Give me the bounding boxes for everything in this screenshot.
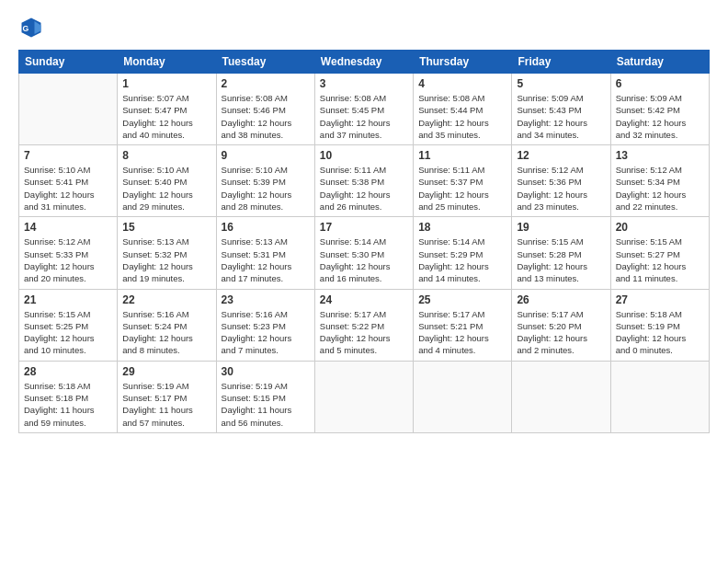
day-number: 19	[517, 221, 605, 234]
calendar-body: 1Sunrise: 5:07 AM Sunset: 5:47 PM Daylig…	[19, 74, 710, 433]
day-info: Sunrise: 5:12 AM Sunset: 5:36 PM Dayligh…	[517, 164, 605, 213]
day-header-monday: Monday	[118, 51, 216, 74]
day-cell: 13Sunrise: 5:12 AM Sunset: 5:34 PM Dayli…	[610, 145, 709, 217]
day-info: Sunrise: 5:17 AM Sunset: 5:22 PM Dayligh…	[320, 308, 408, 357]
day-number: 24	[320, 293, 408, 306]
day-cell: 1Sunrise: 5:07 AM Sunset: 5:47 PM Daylig…	[118, 74, 216, 145]
day-info: Sunrise: 5:12 AM Sunset: 5:34 PM Dayligh…	[616, 164, 704, 213]
day-info: Sunrise: 5:08 AM Sunset: 5:46 PM Dayligh…	[222, 92, 310, 141]
day-header-wednesday: Wednesday	[314, 51, 413, 74]
day-number: 11	[418, 149, 506, 162]
day-info: Sunrise: 5:17 AM Sunset: 5:20 PM Dayligh…	[517, 308, 605, 357]
day-number: 26	[517, 293, 605, 306]
day-info: Sunrise: 5:15 AM Sunset: 5:27 PM Dayligh…	[616, 236, 704, 284]
day-cell: 28Sunrise: 5:18 AM Sunset: 5:18 PM Dayli…	[19, 361, 118, 432]
day-cell: 16Sunrise: 5:13 AM Sunset: 5:31 PM Dayli…	[216, 217, 314, 289]
week-row-1: 1Sunrise: 5:07 AM Sunset: 5:47 PM Daylig…	[19, 74, 710, 145]
calendar-header: SundayMondayTuesdayWednesdayThursdayFrid…	[19, 51, 710, 74]
day-number: 30	[222, 365, 310, 378]
day-info: Sunrise: 5:16 AM Sunset: 5:24 PM Dayligh…	[122, 308, 210, 357]
day-info: Sunrise: 5:09 AM Sunset: 5:42 PM Dayligh…	[616, 92, 704, 141]
day-info: Sunrise: 5:13 AM Sunset: 5:32 PM Dayligh…	[122, 236, 210, 284]
day-number: 20	[616, 221, 704, 234]
day-cell: 3Sunrise: 5:08 AM Sunset: 5:45 PM Daylig…	[314, 74, 413, 145]
day-cell: 5Sunrise: 5:09 AM Sunset: 5:43 PM Daylig…	[512, 74, 610, 145]
day-cell: 7Sunrise: 5:10 AM Sunset: 5:41 PM Daylig…	[19, 145, 118, 217]
logo: G	[18, 15, 48, 40]
day-number: 4	[418, 77, 506, 90]
day-number: 9	[222, 149, 310, 162]
day-number: 14	[24, 221, 112, 234]
day-number: 25	[418, 293, 506, 306]
day-info: Sunrise: 5:14 AM Sunset: 5:29 PM Dayligh…	[418, 236, 506, 284]
day-cell	[314, 361, 413, 432]
day-number: 23	[222, 293, 310, 306]
day-number: 12	[517, 149, 605, 162]
day-number: 22	[122, 293, 210, 306]
day-cell: 27Sunrise: 5:18 AM Sunset: 5:19 PM Dayli…	[610, 289, 709, 361]
day-number: 29	[122, 365, 210, 378]
day-number: 13	[616, 149, 704, 162]
day-number: 10	[320, 149, 408, 162]
day-cell: 12Sunrise: 5:12 AM Sunset: 5:36 PM Dayli…	[512, 145, 610, 217]
day-cell: 26Sunrise: 5:17 AM Sunset: 5:20 PM Dayli…	[512, 289, 610, 361]
calendar: SundayMondayTuesdayWednesdayThursdayFrid…	[18, 50, 710, 433]
day-info: Sunrise: 5:09 AM Sunset: 5:43 PM Dayligh…	[517, 92, 605, 141]
day-cell: 14Sunrise: 5:12 AM Sunset: 5:33 PM Dayli…	[19, 217, 118, 289]
day-info: Sunrise: 5:07 AM Sunset: 5:47 PM Dayligh…	[122, 92, 210, 141]
day-header-friday: Friday	[512, 51, 610, 74]
day-cell: 19Sunrise: 5:15 AM Sunset: 5:28 PM Dayli…	[512, 217, 610, 289]
day-info: Sunrise: 5:19 AM Sunset: 5:17 PM Dayligh…	[122, 380, 210, 429]
day-info: Sunrise: 5:10 AM Sunset: 5:41 PM Dayligh…	[24, 164, 112, 213]
day-info: Sunrise: 5:12 AM Sunset: 5:33 PM Dayligh…	[24, 236, 112, 284]
day-number: 16	[222, 221, 310, 234]
day-cell: 23Sunrise: 5:16 AM Sunset: 5:23 PM Dayli…	[216, 289, 314, 361]
day-info: Sunrise: 5:11 AM Sunset: 5:38 PM Dayligh…	[320, 164, 408, 213]
day-cell: 4Sunrise: 5:08 AM Sunset: 5:44 PM Daylig…	[414, 74, 512, 145]
day-cell: 11Sunrise: 5:11 AM Sunset: 5:37 PM Dayli…	[414, 145, 512, 217]
header-row: SundayMondayTuesdayWednesdayThursdayFrid…	[19, 51, 710, 74]
day-cell: 18Sunrise: 5:14 AM Sunset: 5:29 PM Dayli…	[414, 217, 512, 289]
day-info: Sunrise: 5:10 AM Sunset: 5:40 PM Dayligh…	[122, 164, 210, 213]
day-number: 8	[122, 149, 210, 162]
svg-text:G: G	[22, 24, 28, 33]
day-cell: 10Sunrise: 5:11 AM Sunset: 5:38 PM Dayli…	[314, 145, 413, 217]
day-number: 3	[320, 77, 408, 90]
day-number: 5	[517, 77, 605, 90]
day-info: Sunrise: 5:15 AM Sunset: 5:28 PM Dayligh…	[517, 236, 605, 284]
day-number: 28	[24, 365, 112, 378]
day-number: 18	[418, 221, 506, 234]
day-info: Sunrise: 5:19 AM Sunset: 5:15 PM Dayligh…	[222, 380, 310, 429]
day-cell: 15Sunrise: 5:13 AM Sunset: 5:32 PM Dayli…	[118, 217, 216, 289]
day-cell: 8Sunrise: 5:10 AM Sunset: 5:40 PM Daylig…	[118, 145, 216, 217]
day-info: Sunrise: 5:11 AM Sunset: 5:37 PM Dayligh…	[418, 164, 506, 213]
day-number: 15	[122, 221, 210, 234]
day-cell: 30Sunrise: 5:19 AM Sunset: 5:15 PM Dayli…	[216, 361, 314, 432]
day-info: Sunrise: 5:10 AM Sunset: 5:39 PM Dayligh…	[222, 164, 310, 213]
day-number: 6	[616, 77, 704, 90]
day-number: 21	[24, 293, 112, 306]
day-info: Sunrise: 5:08 AM Sunset: 5:44 PM Dayligh…	[418, 92, 506, 141]
day-cell: 21Sunrise: 5:15 AM Sunset: 5:25 PM Dayli…	[19, 289, 118, 361]
day-info: Sunrise: 5:13 AM Sunset: 5:31 PM Dayligh…	[222, 236, 310, 284]
day-info: Sunrise: 5:18 AM Sunset: 5:18 PM Dayligh…	[24, 380, 112, 429]
day-info: Sunrise: 5:17 AM Sunset: 5:21 PM Dayligh…	[418, 308, 506, 357]
day-cell: 9Sunrise: 5:10 AM Sunset: 5:39 PM Daylig…	[216, 145, 314, 217]
week-row-5: 28Sunrise: 5:18 AM Sunset: 5:18 PM Dayli…	[19, 361, 710, 432]
day-number: 7	[24, 149, 112, 162]
day-cell: 20Sunrise: 5:15 AM Sunset: 5:27 PM Dayli…	[610, 217, 709, 289]
day-header-saturday: Saturday	[610, 51, 709, 74]
day-cell: 24Sunrise: 5:17 AM Sunset: 5:22 PM Dayli…	[314, 289, 413, 361]
page: G SundayMondayTuesdayWednesdayThursdayFr…	[0, 0, 728, 563]
day-cell	[414, 361, 512, 432]
day-cell	[19, 74, 118, 145]
day-info: Sunrise: 5:15 AM Sunset: 5:25 PM Dayligh…	[24, 308, 112, 357]
day-cell: 22Sunrise: 5:16 AM Sunset: 5:24 PM Dayli…	[118, 289, 216, 361]
day-cell: 17Sunrise: 5:14 AM Sunset: 5:30 PM Dayli…	[314, 217, 413, 289]
day-cell: 29Sunrise: 5:19 AM Sunset: 5:17 PM Dayli…	[118, 361, 216, 432]
day-number: 1	[122, 77, 210, 90]
day-number: 2	[222, 77, 310, 90]
header: G	[18, 15, 710, 40]
week-row-4: 21Sunrise: 5:15 AM Sunset: 5:25 PM Dayli…	[19, 289, 710, 361]
day-cell	[610, 361, 709, 432]
